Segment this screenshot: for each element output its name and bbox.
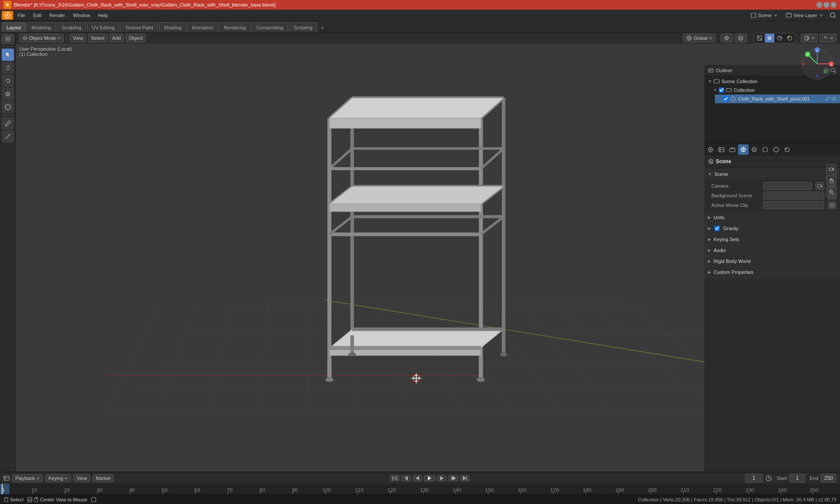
tab-compositing[interactable]: Compositing xyxy=(252,22,288,32)
svg-point-105 xyxy=(500,353,507,356)
scene-section-label: Scene xyxy=(714,172,728,177)
mode-chevron-icon xyxy=(57,36,61,40)
props-tab-material[interactable] xyxy=(782,144,792,155)
play-pause-btn[interactable] xyxy=(424,475,435,481)
hide-icon[interactable] xyxy=(831,96,836,102)
menu-edit[interactable]: Edit xyxy=(30,11,45,20)
movie-clip-browse-btn[interactable] xyxy=(828,201,836,209)
tab-modeling[interactable]: Modeling xyxy=(27,22,56,32)
rendered-shading-btn[interactable] xyxy=(785,34,794,42)
props-tab-render[interactable] xyxy=(705,144,716,155)
zoom-btn[interactable] xyxy=(826,187,836,197)
gizmo-toggle-btn[interactable] xyxy=(819,34,836,42)
svg-marker-95 xyxy=(329,329,504,348)
tab-texture-paint[interactable]: Texture Paint xyxy=(120,22,158,32)
outliner-object[interactable]: ▶ Cloth_Rack_with_Shelf_pivot.001 xyxy=(715,94,840,103)
play-fwd-btn[interactable] xyxy=(437,475,447,481)
audio-section-header[interactable]: ▶ Audio xyxy=(704,245,840,256)
camera-field[interactable] xyxy=(763,182,812,190)
background-scene-field[interactable] xyxy=(763,192,824,200)
play-back-btn[interactable] xyxy=(413,475,422,481)
menu-file[interactable]: File xyxy=(14,11,29,20)
transform-tool-btn[interactable] xyxy=(2,101,14,113)
keying-btn[interactable]: Keying xyxy=(46,474,71,482)
3d-cursor xyxy=(411,373,421,383)
add-workspace-button[interactable]: + xyxy=(318,23,327,32)
proportional-edit-btn[interactable] xyxy=(735,34,747,42)
timeline-ruler[interactable]: 1 10 20 30 40 50 60 70 80 90 xyxy=(0,484,840,494)
maximize-button[interactable]: □ xyxy=(823,2,830,8)
gravity-checkbox[interactable] xyxy=(714,226,720,231)
svg-point-142 xyxy=(710,149,711,150)
tab-layout[interactable]: Layout xyxy=(2,22,26,32)
global-transform-btn[interactable]: Global xyxy=(683,34,715,42)
menu-blender[interactable] xyxy=(2,11,13,20)
jump-start-btn[interactable] xyxy=(390,475,399,481)
current-frame-display[interactable]: 1 xyxy=(745,474,763,483)
tab-uv-editing[interactable]: UV Editing xyxy=(87,22,119,32)
tab-rendering[interactable]: Rendering xyxy=(219,22,251,32)
units-section-header[interactable]: ▶ Units xyxy=(704,212,840,223)
props-tab-scene[interactable] xyxy=(738,144,749,155)
measure-tool-btn[interactable] xyxy=(2,130,14,143)
select-tool-btn[interactable] xyxy=(2,49,14,61)
mode-selector[interactable] xyxy=(2,34,14,44)
view-menu[interactable]: View xyxy=(70,34,86,42)
props-tab-world[interactable] xyxy=(749,144,760,155)
viewport-overlay-btn[interactable] xyxy=(801,34,818,42)
keying-sets-header[interactable]: ▶ Keying Sets xyxy=(704,234,840,245)
tab-sculpting[interactable]: Sculpting xyxy=(57,22,86,32)
global-transform-icon xyxy=(686,35,692,41)
grab-hand-btn[interactable] xyxy=(826,175,836,186)
props-tab-view-layer[interactable] xyxy=(727,144,738,155)
add-menu[interactable]: Add xyxy=(109,34,124,42)
rotate-tool-btn[interactable] xyxy=(2,75,14,87)
outliner-collection[interactable]: ▼ Collection xyxy=(710,86,840,94)
tab-scripting[interactable]: Scripting xyxy=(289,22,317,32)
menu-render[interactable]: Render xyxy=(46,11,69,20)
movie-clip-field[interactable] xyxy=(763,201,824,209)
end-frame-field[interactable]: 250 xyxy=(821,474,836,483)
gravity-label: Gravity xyxy=(723,226,738,231)
select-menu[interactable]: Select xyxy=(88,34,108,42)
snap-toggle[interactable] xyxy=(721,34,733,42)
start-frame-field[interactable]: 1 xyxy=(789,474,805,483)
menu-window[interactable]: Window xyxy=(70,11,94,20)
scene-section-header[interactable]: ▼ Scene xyxy=(704,169,840,179)
svg-rect-242 xyxy=(91,497,96,502)
nav-gizmo[interactable]: X Y Z xyxy=(800,46,835,81)
camera-browse-btn[interactable] xyxy=(816,182,824,190)
collection-visibility-checkbox[interactable] xyxy=(719,88,724,93)
camera-view-btn[interactable] xyxy=(826,164,836,175)
view-btn[interactable]: View xyxy=(74,474,90,482)
tab-animation[interactable]: Animation xyxy=(187,22,218,32)
props-tab-output[interactable] xyxy=(716,144,727,155)
material-shading-btn[interactable] xyxy=(775,34,784,42)
edit-icon[interactable] xyxy=(825,96,830,102)
rigid-body-header[interactable]: ▶ Rigid Body World xyxy=(704,256,840,266)
scale-tool-btn[interactable] xyxy=(2,88,14,100)
search-icon[interactable] xyxy=(830,12,836,19)
close-button[interactable]: × xyxy=(830,2,836,8)
custom-props-header[interactable]: ▶ Custom Properties xyxy=(704,267,840,277)
mode-dropdown[interactable]: Object Mode xyxy=(19,34,64,42)
menu-help[interactable]: Help xyxy=(94,11,112,20)
rigid-body-label: Rigid Body World xyxy=(714,259,751,264)
move-tool-btn[interactable] xyxy=(2,62,14,74)
object-menu[interactable]: Object xyxy=(126,34,146,42)
step-fwd-btn[interactable] xyxy=(448,475,458,481)
object-visibility-checkbox[interactable] xyxy=(723,96,728,102)
step-back-btn[interactable] xyxy=(401,475,411,481)
minimize-button[interactable]: − xyxy=(816,2,822,8)
tab-shading[interactable]: Shading xyxy=(159,22,186,32)
props-tab-mesh[interactable] xyxy=(771,144,781,155)
marker-btn[interactable]: Marker xyxy=(93,474,114,482)
clip-browse-icon xyxy=(830,203,835,208)
annotate-tool-btn[interactable] xyxy=(2,117,14,130)
props-tab-object[interactable] xyxy=(760,144,770,155)
solid-shading-btn[interactable] xyxy=(765,34,774,42)
jump-end-btn[interactable] xyxy=(460,475,469,481)
playback-btn[interactable]: Playback xyxy=(12,474,43,482)
gravity-section-header[interactable]: ▶ Gravity xyxy=(704,223,840,234)
wire-shading-btn[interactable] xyxy=(755,34,764,42)
